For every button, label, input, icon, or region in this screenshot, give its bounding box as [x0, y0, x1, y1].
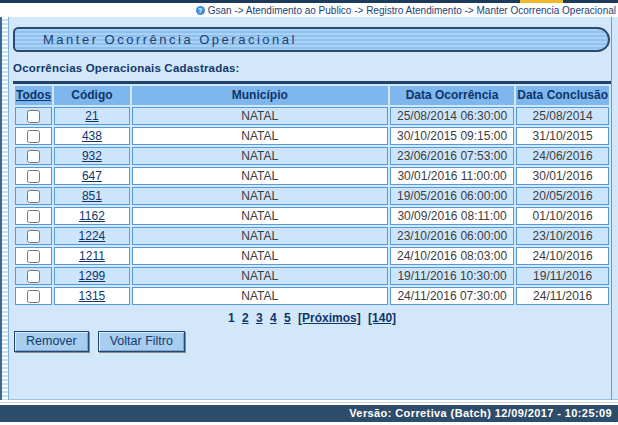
codigo-cell: 1162 [54, 207, 130, 225]
codigo-cell: 1224 [54, 227, 130, 245]
municipio-cell: NATAL [132, 227, 388, 245]
codigo-cell: 21 [54, 107, 130, 125]
occurrences-table-body: 21NATAL25/08/2014 06:30:0025/08/2014438N… [15, 107, 609, 305]
data-ocorrencia-cell: 24/11/2016 07:30:00 [390, 287, 514, 305]
data-conclusao-cell: 24/06/2016 [516, 147, 609, 165]
row-checkbox-cell [15, 207, 52, 225]
codigo-cell: 851 [54, 187, 130, 205]
data-ocorrencia-cell: 25/08/2014 06:30:00 [390, 107, 514, 125]
pagination: 1 2 3 4 5 [Próximos] [140] [13, 311, 611, 325]
codigo-cell: 1315 [54, 287, 130, 305]
row-checkbox-cell [15, 247, 52, 265]
table-row: 932NATAL23/06/2016 07:53:0024/06/2016 [15, 147, 609, 165]
header-todos: Todos [15, 86, 52, 105]
row-checkbox[interactable] [27, 190, 40, 203]
row-checkbox[interactable] [27, 230, 40, 243]
municipio-cell: NATAL [132, 207, 388, 225]
row-checkbox[interactable] [27, 110, 40, 123]
data-conclusao-cell: 24/11/2016 [516, 287, 609, 305]
municipio-cell: NATAL [132, 107, 388, 125]
breadcrumb-text: Gsan -> Atendimento ao Publico -> Regist… [208, 5, 616, 16]
header-data-conclusao: Data Conclusão [516, 86, 609, 105]
row-checkbox[interactable] [27, 210, 40, 223]
data-conclusao-cell: 01/10/2016 [516, 207, 609, 225]
data-ocorrencia-cell: 30/09/2016 08:11:00 [390, 207, 514, 225]
row-checkbox-cell [15, 147, 52, 165]
data-conclusao-cell: 30/01/2016 [516, 167, 609, 185]
header-codigo: Código [54, 86, 130, 105]
data-ocorrencia-cell: 19/11/2016 10:30:00 [390, 267, 514, 285]
row-checkbox-cell [15, 107, 52, 125]
codigo-cell: 1211 [54, 247, 130, 265]
page-title-bar: Manter Ocorrência Operacional [13, 27, 610, 52]
page-number-link[interactable]: 3 [256, 311, 263, 325]
page-number-link[interactable]: 2 [242, 311, 249, 325]
codigo-link[interactable]: 647 [82, 169, 102, 183]
row-checkbox[interactable] [27, 270, 40, 283]
table-row: 21NATAL25/08/2014 06:30:0025/08/2014 [15, 107, 609, 125]
row-checkbox[interactable] [27, 150, 40, 163]
data-ocorrencia-cell: 30/10/2015 09:15:00 [390, 127, 514, 145]
data-conclusao-cell: 31/10/2015 [516, 127, 609, 145]
municipio-cell: NATAL [132, 247, 388, 265]
row-checkbox[interactable] [27, 130, 40, 143]
row-checkbox[interactable] [27, 170, 40, 183]
action-buttons: Remover Voltar Filtro [14, 331, 612, 352]
table-row: 647NATAL30/01/2016 11:00:0030/01/2016 [15, 167, 609, 185]
occurrences-table-wrap: Todos Código Município Data Ocorrência D… [13, 81, 611, 307]
row-checkbox-cell [15, 287, 52, 305]
codigo-cell: 647 [54, 167, 130, 185]
row-checkbox-cell [15, 127, 52, 145]
table-row: 1315NATAL24/11/2016 07:30:0024/11/2016 [15, 287, 609, 305]
municipio-cell: NATAL [132, 287, 388, 305]
data-conclusao-cell: 20/05/2016 [516, 187, 609, 205]
codigo-link[interactable]: 1299 [79, 269, 106, 283]
select-all-link[interactable]: Todos [16, 88, 51, 102]
table-row: 438NATAL30/10/2015 09:15:0031/10/2015 [15, 127, 609, 145]
section-label: Ocorrências Operacionais Cadastradas: [13, 62, 612, 74]
breadcrumb: ? Gsan -> Atendimento ao Publico -> Regi… [0, 3, 618, 17]
table-header-row: Todos Código Município Data Ocorrência D… [15, 86, 609, 105]
main-panel: Manter Ocorrência Operacional Ocorrência… [0, 17, 618, 400]
codigo-link[interactable]: 851 [82, 189, 102, 203]
header-data-ocorrencia: Data Ocorrência [390, 86, 514, 105]
page-number-current: 1 [228, 311, 235, 325]
data-ocorrencia-cell: 23/06/2016 07:53:00 [390, 147, 514, 165]
help-icon[interactable]: ? [196, 6, 205, 15]
row-checkbox-cell [15, 187, 52, 205]
codigo-cell: 438 [54, 127, 130, 145]
footer-divider [0, 402, 618, 403]
next-pages-link[interactable]: [Próximos] [298, 311, 361, 325]
municipio-cell: NATAL [132, 167, 388, 185]
data-conclusao-cell: 19/11/2016 [516, 267, 609, 285]
remover-button[interactable]: Remover [14, 331, 89, 352]
table-row: 1211NATAL24/10/2016 08:03:0024/10/2016 [15, 247, 609, 265]
row-checkbox[interactable] [27, 250, 40, 263]
codigo-cell: 1299 [54, 267, 130, 285]
codigo-link[interactable]: 1315 [79, 289, 106, 303]
municipio-cell: NATAL [132, 267, 388, 285]
row-checkbox-cell [15, 227, 52, 245]
occurrences-table: Todos Código Município Data Ocorrência D… [13, 84, 611, 307]
codigo-link[interactable]: 932 [82, 149, 102, 163]
row-checkbox[interactable] [27, 290, 40, 303]
data-ocorrencia-cell: 23/10/2016 06:00:00 [390, 227, 514, 245]
codigo-link[interactable]: 438 [82, 129, 102, 143]
page-title: Manter Ocorrência Operacional [43, 32, 297, 47]
right-frame-border [611, 17, 612, 400]
last-page-link[interactable]: [140] [368, 311, 396, 325]
codigo-link[interactable]: 1211 [79, 249, 105, 263]
municipio-cell: NATAL [132, 147, 388, 165]
voltar-filtro-button[interactable]: Voltar Filtro [98, 331, 185, 352]
codigo-link[interactable]: 1224 [79, 229, 106, 243]
codigo-link[interactable]: 21 [85, 109, 98, 123]
table-row: 851NATAL19/05/2016 06:00:0020/05/2016 [15, 187, 609, 205]
data-conclusao-cell: 25/08/2014 [516, 107, 609, 125]
footer-bar: Versão: Corretiva (Batch) 12/09/2017 - 1… [0, 405, 618, 422]
municipio-cell: NATAL [132, 127, 388, 145]
table-row: 1299NATAL19/11/2016 10:30:0019/11/2016 [15, 267, 609, 285]
codigo-link[interactable]: 1162 [79, 209, 105, 223]
row-checkbox-cell [15, 267, 52, 285]
page-number-link[interactable]: 5 [284, 311, 291, 325]
page-number-link[interactable]: 4 [270, 311, 277, 325]
